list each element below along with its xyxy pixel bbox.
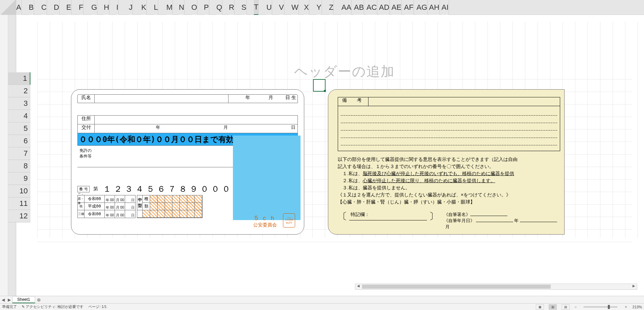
- column-header-G[interactable]: G: [91, 0, 97, 15]
- class-grid: 種中 型類: [137, 195, 202, 218]
- license-card-back: 備 考 以下の部分を使用して臓器提供に関する意思を表示することができます（記入は…: [328, 89, 565, 235]
- column-header-N[interactable]: N: [179, 0, 185, 15]
- column-header-E[interactable]: E: [66, 0, 72, 15]
- view-page-break-button[interactable]: ▤: [562, 304, 570, 310]
- row-header-2[interactable]: 2: [8, 85, 30, 97]
- row-header-8[interactable]: 8: [8, 160, 30, 172]
- issuer-code: ５ｃｈ: [253, 214, 278, 222]
- row-header-6[interactable]: 6: [8, 135, 30, 147]
- column-header-D[interactable]: D: [54, 0, 59, 15]
- accessibility-status[interactable]: ✎ アクセシビリティ: 検討が必要です: [22, 304, 84, 309]
- column-header-C[interactable]: C: [41, 0, 47, 15]
- column-header-X[interactable]: X: [304, 0, 309, 15]
- column-header-L[interactable]: L: [154, 0, 158, 15]
- column-header-AD[interactable]: AD: [379, 0, 390, 15]
- address-label: 住所: [78, 116, 95, 124]
- column-header-M[interactable]: M: [166, 0, 173, 15]
- zoom-in-button[interactable]: ＋: [624, 304, 628, 309]
- birth-day: 日 生: [275, 95, 297, 103]
- sign-date-label: 《自筆年月日》: [444, 218, 475, 223]
- column-header-T[interactable]: T: [254, 0, 259, 15]
- scroll-right-icon[interactable]: ▶: [631, 284, 637, 289]
- row-header-10[interactable]: 10: [8, 185, 30, 197]
- column-header-K[interactable]: K: [141, 0, 147, 15]
- tab-sheet1[interactable]: Sheet1: [12, 296, 35, 303]
- column-header-F[interactable]: F: [79, 0, 84, 15]
- history-row: 二種令和00年 00月 00日: [78, 210, 135, 218]
- license-card-front: 氏名 年 月 日 生 住所 交付: [71, 89, 304, 235]
- column-header-AG[interactable]: AG: [416, 0, 428, 15]
- bracket-right-icon: 〕: [429, 212, 438, 221]
- issuer: ５ｃｈ 公安委員会: [253, 214, 278, 228]
- column-header-AF[interactable]: AF: [404, 0, 414, 15]
- view-normal-button[interactable]: ▦: [536, 304, 544, 310]
- organ-donation-text: 以下の部分を使用して臓器提供に関する意思を表示することができます（記入は自由 記…: [338, 156, 560, 206]
- issuer-name: 公安委員会: [253, 222, 278, 228]
- sheet-tabs: ◀ ▶ Sheet1 ⊕: [0, 296, 644, 303]
- column-header-H[interactable]: H: [104, 0, 110, 15]
- column-header-A[interactable]: A: [16, 0, 22, 15]
- tab-nav-next[interactable]: ▶: [6, 297, 12, 302]
- row-header-1[interactable]: 1: [8, 72, 30, 85]
- tab-nav-prev[interactable]: ◀: [0, 297, 6, 302]
- sheet-area[interactable]: ヘッダーの追加 氏名 年 月 日 生 住所: [30, 15, 644, 296]
- column-header-Q[interactable]: Q: [216, 0, 222, 15]
- issue-row: 交付 年 月 日: [78, 124, 297, 133]
- column-header-P[interactable]: P: [204, 0, 209, 15]
- zoom-out-button[interactable]: −: [574, 305, 576, 309]
- row-header-4[interactable]: 4: [8, 110, 30, 122]
- active-cell[interactable]: [313, 79, 326, 92]
- column-header-W[interactable]: W: [291, 0, 299, 15]
- column-header-R[interactable]: R: [229, 0, 235, 15]
- number-digits: １２３４５６７８９０００: [102, 184, 234, 194]
- row-header-11[interactable]: 11: [8, 197, 30, 210]
- scroll-left-icon[interactable]: ◀: [355, 284, 361, 289]
- column-header-AC[interactable]: AC: [366, 0, 377, 15]
- column-header-AE[interactable]: AE: [391, 0, 402, 15]
- name-field: [95, 95, 229, 103]
- select-all-corner[interactable]: [0, 0, 16, 15]
- column-header-J[interactable]: J: [129, 0, 133, 15]
- column-header-U[interactable]: U: [266, 0, 272, 15]
- column-headers: ABCDEFGHIJKLMNOPQRSTUVWXYZAAABACADAEAFAG…: [0, 0, 644, 15]
- status-ready: 準備完了: [2, 304, 17, 309]
- column-header-S[interactable]: S: [241, 0, 247, 15]
- header-placeholder[interactable]: ヘッダーの追加: [294, 62, 395, 81]
- horizontal-scrollbar[interactable]: ◀ ▶: [355, 284, 637, 290]
- history-row: 他平成00年 00月 00日: [78, 203, 135, 210]
- issue-day: 日: [230, 124, 297, 133]
- column-header-AI[interactable]: AI: [442, 0, 449, 15]
- row-header-5[interactable]: 5: [8, 122, 30, 135]
- row-header-12[interactable]: 12: [8, 210, 30, 222]
- column-header-Y[interactable]: Y: [316, 0, 322, 15]
- status-bar: 準備完了 ✎ アクセシビリティ: 検討が必要です ページ: 1/1 ▦ ▥ ▤ …: [0, 303, 644, 310]
- stamp: ○○○ 公安委員 会之印: [283, 213, 295, 228]
- remarks-label: 備 考: [338, 97, 368, 106]
- page-indicator: ページ: 1/1: [88, 304, 106, 309]
- column-header-AH[interactable]: AH: [429, 0, 440, 15]
- tokki-label: 特記欄：: [349, 212, 427, 220]
- birth-year: 年: [229, 95, 252, 103]
- name-label: 氏名: [78, 95, 95, 103]
- column-header-I[interactable]: I: [116, 0, 119, 15]
- row-header-7[interactable]: 7: [8, 147, 30, 160]
- issue-label: 交付: [78, 124, 95, 133]
- address-field: [95, 116, 297, 124]
- column-header-O[interactable]: O: [191, 0, 197, 15]
- column-header-B[interactable]: B: [29, 0, 34, 15]
- tokki-row: 〔 特記欄： 〕 《自筆署名》 《自筆年月日》 年 月: [338, 212, 560, 230]
- view-page-layout-button[interactable]: ▥: [549, 304, 557, 310]
- number-label: 番 号: [77, 186, 90, 192]
- add-sheet-button[interactable]: ⊕: [35, 297, 43, 303]
- history-row: 二・原・車令和00年 00月 00日: [78, 195, 135, 203]
- column-header-V[interactable]: V: [279, 0, 284, 15]
- remarks-box: 備 考: [338, 97, 560, 151]
- column-header-AB[interactable]: AB: [354, 0, 364, 15]
- zoom-slider[interactable]: [583, 306, 617, 308]
- column-header-Z[interactable]: Z: [329, 0, 334, 15]
- row-header-9[interactable]: 9: [8, 172, 30, 185]
- row-header-3[interactable]: 3: [8, 97, 30, 110]
- name-row: 氏名 年 月 日 生: [77, 94, 298, 103]
- column-header-AA[interactable]: AA: [341, 0, 352, 15]
- zoom-level[interactable]: 213%: [633, 305, 642, 309]
